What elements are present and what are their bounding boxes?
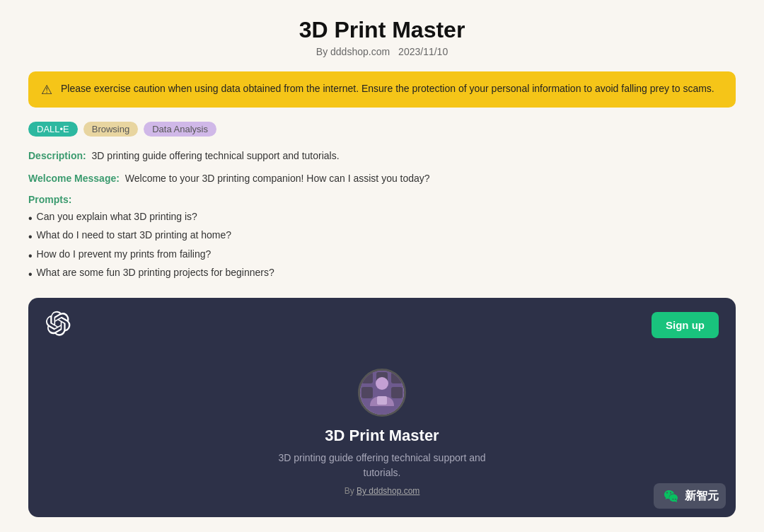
dark-panel-center: 3D Print Master 3D printing guide offeri… — [45, 367, 719, 504]
warning-text: Please exercise caution when using data … — [61, 81, 714, 96]
prompts-section: Prompts: Can you explain what 3D printin… — [28, 194, 736, 284]
dark-panel-byline: By By dddshop.com — [345, 486, 420, 496]
description-value: 3D printing guide offering technical sup… — [92, 150, 340, 161]
openai-logo-icon — [45, 311, 71, 339]
svg-rect-4 — [361, 387, 373, 398]
avatar-image — [360, 371, 404, 415]
description-section: Description: 3D printing guide offering … — [28, 148, 736, 163]
dark-panel: Sign up — [28, 298, 736, 517]
warning-banner: ⚠ Please exercise caution when using dat… — [28, 71, 736, 108]
wechat-watermark: 新智元 — [654, 483, 726, 509]
byline-link[interactable]: By dddshop.com — [357, 486, 419, 496]
avatar — [358, 369, 406, 417]
tag-dalle[interactable]: DALL•E — [28, 122, 78, 137]
prompt-item: How do I prevent my prints from failing? — [28, 247, 736, 265]
tag-data-analysis[interactable]: Data Analysis — [144, 122, 216, 137]
prompts-list: Can you explain what 3D printing is? Wha… — [28, 209, 736, 284]
svg-rect-3 — [391, 372, 403, 383]
wechat-label: 新智元 — [685, 489, 719, 504]
sign-up-button[interactable]: Sign up — [652, 312, 719, 338]
tags-row: DALL•E Browsing Data Analysis — [28, 122, 736, 137]
page-header: 3D Print Master By dddshop.com 2023/11/1… — [28, 17, 736, 57]
page-title: 3D Print Master — [28, 17, 736, 43]
dark-panel-description: 3D printing guide offering technical sup… — [262, 451, 502, 480]
prompt-item: Can you explain what 3D printing is? — [28, 209, 736, 228]
page-subtitle: By dddshop.com 2023/11/10 — [28, 46, 736, 57]
by-label: By dddshop.com — [316, 46, 390, 57]
prompt-item: What do I need to start 3D printing at h… — [28, 228, 736, 246]
prompts-label: Prompts: — [28, 194, 736, 205]
tag-browsing[interactable]: Browsing — [83, 122, 138, 137]
welcome-value: Welcome to your 3D printing companion! H… — [125, 173, 430, 184]
dark-panel-title: 3D Print Master — [325, 427, 439, 445]
welcome-section: Welcome Message: Welcome to your 3D prin… — [28, 170, 736, 186]
svg-rect-5 — [391, 387, 403, 398]
description-label: Description: — [28, 150, 86, 161]
dark-panel-header: Sign up — [45, 311, 719, 339]
prompt-item: What are some fun 3D printing projects f… — [28, 265, 736, 284]
svg-rect-1 — [361, 372, 373, 383]
welcome-label: Welcome Message: — [28, 173, 120, 184]
date-label: 2023/11/10 — [398, 46, 448, 57]
warning-icon: ⚠ — [41, 82, 52, 98]
svg-point-6 — [376, 377, 388, 390]
svg-rect-7 — [377, 396, 387, 405]
byline-text: By — [345, 486, 357, 496]
wechat-icon — [661, 486, 681, 506]
